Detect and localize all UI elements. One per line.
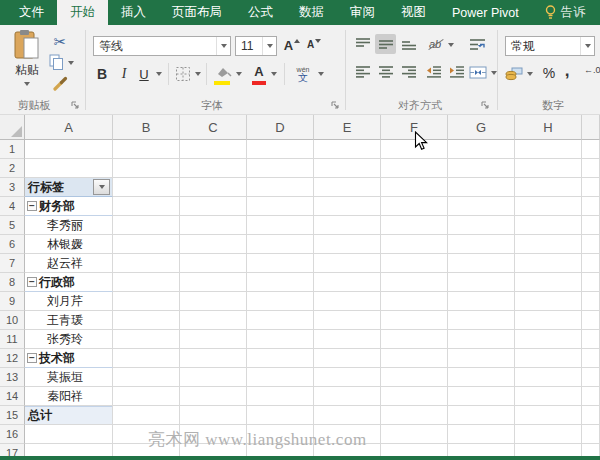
tab-review[interactable]: 审阅 — [337, 0, 388, 25]
cell-A2[interactable] — [25, 159, 113, 178]
cell-B11[interactable] — [113, 330, 180, 349]
cell-F4[interactable] — [381, 197, 448, 216]
merge-center-button[interactable] — [467, 62, 489, 82]
cell-F6[interactable] — [381, 235, 448, 254]
cell-B6[interactable] — [113, 235, 180, 254]
column-header-A[interactable]: A — [25, 115, 113, 140]
font-color-dropdown-arrow[interactable] — [271, 72, 277, 76]
cell-A12[interactable]: −技术部 — [25, 349, 113, 368]
fill-color-button[interactable] — [213, 63, 233, 85]
cell-B7[interactable] — [113, 254, 180, 273]
format-painter-button[interactable] — [50, 74, 70, 92]
fill-color-dropdown-arrow[interactable] — [236, 72, 242, 76]
cell-partial16[interactable] — [582, 425, 600, 444]
wrap-text-button[interactable] — [466, 34, 488, 54]
cell-E8[interactable] — [314, 273, 381, 292]
font-size-dropdown-arrow[interactable] — [262, 37, 276, 55]
cell-G8[interactable] — [448, 273, 515, 292]
collapse-button[interactable]: − — [27, 277, 37, 287]
cell-F2[interactable] — [381, 159, 448, 178]
cell-C3[interactable] — [180, 178, 247, 197]
copy-dropdown-arrow[interactable] — [68, 61, 74, 65]
row-header-2[interactable]: 2 — [0, 159, 25, 178]
column-header-E[interactable]: E — [314, 115, 381, 140]
cell-F7[interactable] — [381, 254, 448, 273]
row-header-8[interactable]: 8 — [0, 273, 25, 292]
clipboard-dialog-launcher-icon[interactable] — [70, 100, 80, 110]
number-format-combo[interactable]: 常规 — [505, 36, 595, 56]
collapse-button[interactable]: − — [27, 201, 37, 211]
cell-E5[interactable] — [314, 216, 381, 235]
cell-F11[interactable] — [381, 330, 448, 349]
cell-A6[interactable]: 林银媛 — [25, 235, 113, 254]
cell-D3[interactable] — [247, 178, 314, 197]
cell-A1[interactable] — [25, 140, 113, 159]
cell-B9[interactable] — [113, 292, 180, 311]
cell-H8[interactable] — [515, 273, 582, 292]
cell-H6[interactable] — [515, 235, 582, 254]
cell-partial14[interactable] — [582, 387, 600, 406]
cell-F9[interactable] — [381, 292, 448, 311]
tab-tell-me[interactable]: 告诉 — [532, 0, 599, 25]
cell-partial1[interactable] — [582, 140, 600, 159]
cell-G7[interactable] — [448, 254, 515, 273]
cell-C7[interactable] — [180, 254, 247, 273]
cell-A9[interactable]: 刘月芹 — [25, 292, 113, 311]
cell-G10[interactable] — [448, 311, 515, 330]
cell-G14[interactable] — [448, 387, 515, 406]
cell-F15[interactable] — [381, 406, 448, 425]
top-align-button[interactable] — [352, 34, 373, 54]
row-header-4[interactable]: 4 — [0, 197, 25, 216]
cell-F14[interactable] — [381, 387, 448, 406]
cell-E4[interactable] — [314, 197, 381, 216]
cell-B1[interactable] — [113, 140, 180, 159]
alignment-dialog-launcher-icon[interactable] — [480, 100, 490, 110]
align-left-button[interactable] — [352, 62, 373, 82]
cell-D8[interactable] — [247, 273, 314, 292]
cell-H13[interactable] — [515, 368, 582, 387]
cell-F8[interactable] — [381, 273, 448, 292]
align-right-button[interactable] — [398, 62, 419, 82]
cell-E13[interactable] — [314, 368, 381, 387]
cell-D15[interactable] — [247, 406, 314, 425]
cell-F10[interactable] — [381, 311, 448, 330]
row-header-6[interactable]: 6 — [0, 235, 25, 254]
decrease-font-size-button[interactable]: A — [304, 35, 324, 55]
cell-D12[interactable] — [247, 349, 314, 368]
cell-partial2[interactable] — [582, 159, 600, 178]
cell-H5[interactable] — [515, 216, 582, 235]
accounting-dropdown-arrow[interactable] — [527, 72, 533, 76]
cell-D10[interactable] — [247, 311, 314, 330]
cell-partial4[interactable] — [582, 197, 600, 216]
cell-G15[interactable] — [448, 406, 515, 425]
percent-style-button[interactable]: % — [540, 63, 558, 83]
cell-C11[interactable] — [180, 330, 247, 349]
tab-file[interactable]: 文件 — [6, 0, 57, 25]
cell-A11[interactable]: 张秀玲 — [25, 330, 113, 349]
paste-button[interactable]: 粘贴 — [5, 29, 49, 95]
cell-H16[interactable] — [515, 425, 582, 444]
cell-G3[interactable] — [448, 178, 515, 197]
column-header-C[interactable]: C — [180, 115, 247, 140]
cell-H4[interactable] — [515, 197, 582, 216]
increase-decimal-button[interactable]: ←.0 — [584, 65, 600, 75]
cell-H14[interactable] — [515, 387, 582, 406]
row-header-11[interactable]: 11 — [0, 330, 25, 349]
orientation-button[interactable]: ab — [424, 34, 446, 54]
cell-G1[interactable] — [448, 140, 515, 159]
cell-E10[interactable] — [314, 311, 381, 330]
cell-partial15[interactable] — [582, 406, 600, 425]
collapse-button[interactable]: − — [27, 353, 37, 363]
cell-D4[interactable] — [247, 197, 314, 216]
cell-G2[interactable] — [448, 159, 515, 178]
cell-A8[interactable]: −行政部 — [25, 273, 113, 292]
row-header-10[interactable]: 10 — [0, 311, 25, 330]
cell-H7[interactable] — [515, 254, 582, 273]
underline-button[interactable]: U — [135, 63, 153, 85]
cell-F13[interactable] — [381, 368, 448, 387]
filter-dropdown-button[interactable] — [93, 179, 110, 195]
cell-partial12[interactable] — [582, 349, 600, 368]
cut-button[interactable]: ✂ — [50, 32, 70, 50]
cell-D2[interactable] — [247, 159, 314, 178]
cell-partial7[interactable] — [582, 254, 600, 273]
